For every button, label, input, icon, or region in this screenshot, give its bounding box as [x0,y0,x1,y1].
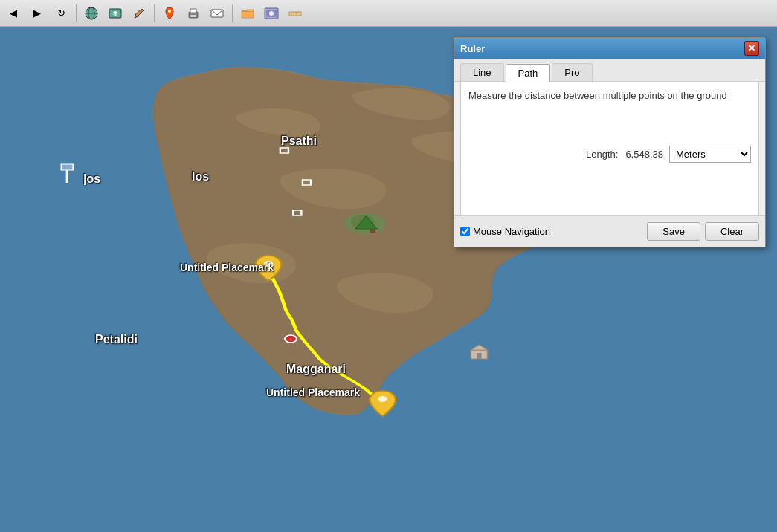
mouse-navigation-checkbox[interactable] [460,227,470,236]
mouse-navigation-label[interactable]: Mouse Navigation [473,226,550,237]
svg-marker-6 [135,9,144,18]
photo-icon[interactable] [105,3,126,24]
print-icon[interactable] [183,3,204,24]
mouse-navigation-container: Mouse Navigation [460,226,642,237]
refresh-icon[interactable]: ↻ [51,3,71,24]
placemark-icon[interactable] [159,3,180,24]
toolbar: ◀ ▶ ↻ [0,0,777,27]
unit-select[interactable]: Meters Kilometers Miles Feet Yards Nauti… [669,146,751,163]
ruler-title: Ruler [460,43,485,54]
back-icon[interactable]: ◀ [3,3,24,24]
svg-rect-34 [477,353,481,359]
toolbar-separator-3 [232,4,233,22]
tab-line[interactable]: Line [460,63,504,81]
svg-rect-31 [370,229,375,233]
forward-icon[interactable]: ▶ [27,3,48,24]
length-label: Length: [586,149,618,160]
svg-point-15 [269,11,274,16]
toolbar-separator-2 [154,4,155,22]
ruler-dialog: Ruler ✕ Line Path Pro Measure the distan… [454,37,766,247]
tab-pro[interactable]: Pro [552,63,592,81]
clear-button[interactable]: Clear [705,222,759,241]
svg-rect-16 [289,12,301,16]
view-icon[interactable] [261,3,282,24]
svg-point-35 [264,261,274,267]
ruler-length-row: Length: 6,548.38 Meters Kilometers Miles… [468,146,751,163]
folder-icon[interactable] [237,3,258,24]
save-button[interactable]: Save [647,222,700,241]
ruler-titlebar: Ruler ✕ [454,38,765,59]
earth-icon[interactable] [81,3,102,24]
ruler-close-button[interactable]: ✕ [744,41,759,56]
tab-path[interactable]: Path [506,64,551,82]
length-value: 6,548.38 [625,149,663,160]
svg-rect-28 [61,164,73,170]
ruler-toolbar-icon[interactable] [285,3,306,24]
draw-icon[interactable] [129,3,149,24]
svg-point-36 [378,396,387,402]
ruler-description: Measure the distance between multiple po… [468,90,751,101]
svg-point-29 [285,335,297,343]
toolbar-separator-1 [76,4,77,22]
ruler-footer: Mouse Navigation Save Clear [454,215,765,247]
ruler-body: Measure the distance between multiple po… [460,82,759,215]
ruler-tabs: Line Path Pro [454,59,765,82]
svg-point-8 [168,10,171,13]
svg-rect-11 [190,15,196,17]
svg-rect-10 [190,9,196,13]
email-icon[interactable] [207,3,228,24]
